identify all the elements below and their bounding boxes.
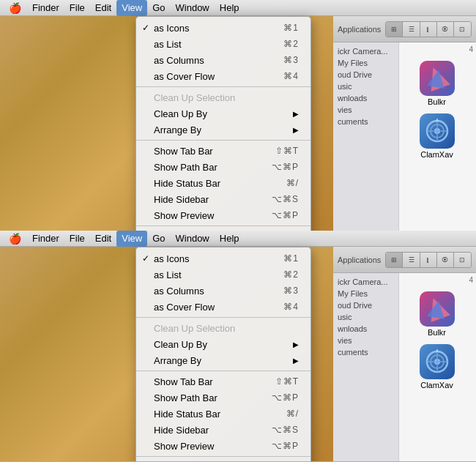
menu-item-as-icons[interactable]: as Icons ⌘1: [136, 20, 310, 36]
apple-menu-bottom[interactable]: 🍎: [3, 231, 27, 247]
view-dropdown-menu: as Icons ⌘1 as List ⌘2 as Columns ⌘3 as …: [135, 16, 311, 231]
menu-item-clean-up-selection: Clean Up Selection: [136, 89, 310, 105]
view-dropdown-menu-bottom: as Icons ⌘1 as List ⌘2 as Columns ⌘3 as …: [135, 247, 311, 461]
sidebar-bottom: ickr Camera... My Files oud Drive usic w…: [333, 273, 399, 461]
separator-1: [136, 86, 310, 87]
menu-item-hide-status-bar-b[interactable]: Hide Status Bar ⌘/: [136, 406, 310, 422]
edit-menu[interactable]: Edit: [90, 0, 116, 16]
menu-item-as-list[interactable]: as List ⌘2: [136, 36, 310, 52]
clamxav-label: ClamXav: [420, 150, 453, 159]
count-badge-bottom: 4: [401, 276, 473, 284]
menu-item-hide-toolbar[interactable]: Hide Toolbar ⌥⌘T: [136, 228, 310, 231]
edit-menu-bottom[interactable]: Edit: [90, 231, 116, 247]
view-menu-bottom[interactable]: View: [116, 231, 147, 247]
sidebar-item-myfiles-b[interactable]: My Files: [333, 288, 398, 299]
sidebar-item-documents[interactable]: cuments: [333, 116, 398, 127]
menu-item-as-columns[interactable]: as Columns ⌘3: [136, 52, 310, 68]
sidebar-item-downloads[interactable]: wnloads: [333, 92, 398, 104]
clamxav-app-icon-b[interactable]: ClamXav: [412, 344, 463, 390]
finder-toolbar-top: Applications ⊞ ☰ ⫿ ⦿ ⊡: [333, 16, 476, 42]
view-coverflow-btn-b[interactable]: ⦿: [437, 253, 454, 267]
view-menu[interactable]: View: [116, 0, 147, 16]
menu-item-as-columns-b[interactable]: as Columns ⌘3: [136, 283, 310, 299]
finder-toolbar-bottom: Applications ⊞ ☰ ⫿ ⦿ ⊡: [333, 247, 476, 273]
clamxav-app-icon[interactable]: ClamXav: [412, 113, 463, 159]
menu-item-show-tab-bar[interactable]: Show Tab Bar ⇧⌘T: [136, 143, 310, 159]
view-list-btn-b[interactable]: ☰: [403, 253, 420, 267]
window-menu-bottom[interactable]: Window: [171, 231, 215, 247]
menu-item-show-path-bar[interactable]: Show Path Bar ⌥⌘P: [136, 159, 310, 175]
sidebar-item-clouddrive-b[interactable]: oud Drive: [333, 299, 398, 311]
menu-item-as-icons-b[interactable]: as Icons ⌘1: [136, 250, 310, 267]
sidebar-item-camera-b[interactable]: ickr Camera...: [333, 276, 398, 288]
submenu-arrow: ▶: [293, 110, 299, 118]
menu-item-hide-toolbar-b[interactable]: Hide Toolbar ⌥⌘T: [136, 459, 310, 461]
bottom-screenshot: 🍎 Finder File Edit View Go Window Help a…: [0, 231, 476, 461]
menu-item-clean-up-by[interactable]: Clean Up By ▶: [136, 105, 310, 122]
view-icon-btn-b[interactable]: ⊞: [386, 253, 403, 267]
finder-menu[interactable]: Finder: [27, 0, 64, 16]
separator-2: [136, 140, 310, 141]
menu-item-clean-up-selection-b: Clean Up Selection: [136, 320, 310, 336]
clamxav-icon-svg: [420, 113, 455, 149]
view-icon-btn[interactable]: ⊞: [386, 22, 403, 37]
file-menu[interactable]: File: [64, 0, 90, 16]
count-badge-top: 4: [401, 45, 473, 53]
sidebar-item-documents-b[interactable]: cuments: [333, 346, 398, 358]
sidebar-item-downloads-b[interactable]: wnloads: [333, 323, 398, 335]
menu-item-hide-status-bar[interactable]: Hide Status Bar ⌘/: [136, 175, 310, 191]
menu-item-show-path-bar-b[interactable]: Show Path Bar ⌥⌘P: [136, 390, 310, 406]
submenu-arrow-2: ▶: [293, 126, 299, 134]
view-buttons-group: ⊞ ☰ ⫿ ⦿ ⊡: [385, 21, 472, 37]
view-coverflow-btn[interactable]: ⦿: [437, 22, 454, 37]
sidebar-item-music-b[interactable]: usic: [333, 311, 398, 323]
sidebar-item-camera[interactable]: ickr Camera...: [333, 45, 398, 57]
apple-menu[interactable]: 🍎: [3, 0, 27, 16]
applications-title-bottom: Applications: [338, 256, 381, 264]
help-menu-bottom[interactable]: Help: [215, 231, 245, 247]
submenu-arrow-b: ▶: [293, 340, 299, 349]
go-menu-bottom[interactable]: Go: [147, 231, 170, 247]
app-icons-bottom: 4 Bulkr: [401, 276, 473, 390]
window-menu[interactable]: Window: [171, 0, 215, 16]
menu-bar: 🍎 Finder File Edit View Go Window Help: [0, 0, 476, 16]
finder-menu-bottom[interactable]: Finder: [27, 231, 64, 247]
bulkr-app-icon-b[interactable]: Bulkr: [412, 291, 463, 337]
menu-item-arrange-by-b[interactable]: Arrange By ▶: [136, 352, 310, 368]
bulkr-icon-svg-b: [420, 291, 455, 327]
go-menu[interactable]: Go: [147, 0, 170, 16]
sidebar-item-myfiles[interactable]: My Files: [333, 57, 398, 69]
view-col-btn[interactable]: ⫿: [420, 22, 437, 37]
menu-item-hide-sidebar-b[interactable]: Hide Sidebar ⌥⌘S: [136, 422, 310, 438]
menu-bar-bottom: 🍎 Finder File Edit View Go Window Help: [0, 231, 476, 247]
submenu-arrow-2b: ▶: [293, 357, 299, 365]
view-extra-btn[interactable]: ⊡: [454, 22, 471, 37]
view-buttons-group-bottom: ⊞ ☰ ⫿ ⦿ ⊡: [385, 252, 472, 268]
finder-panel-bottom: Applications ⊞ ☰ ⫿ ⦿ ⊡ ickr Camera... My…: [333, 247, 476, 461]
menu-item-show-tab-bar-b[interactable]: Show Tab Bar ⇧⌘T: [136, 373, 310, 390]
separator-1b: [136, 317, 310, 318]
bulkr-app-icon[interactable]: Bulkr: [412, 61, 463, 106]
view-list-btn[interactable]: ☰: [403, 22, 420, 37]
menu-item-clean-up-by-b[interactable]: Clean Up By ▶: [136, 336, 310, 352]
file-menu-bottom[interactable]: File: [64, 231, 90, 247]
help-menu[interactable]: Help: [215, 0, 245, 16]
menu-item-as-cover-flow[interactable]: as Cover Flow ⌘4: [136, 68, 310, 84]
clamxav-icon-svg-b: [420, 344, 455, 379]
menu-item-as-list-b[interactable]: as List ⌘2: [136, 267, 310, 283]
finder-content-top: ickr Camera... My Files oud Drive usic w…: [333, 42, 476, 231]
top-screenshot: 🍎 Finder File Edit View Go Window Help a…: [0, 0, 476, 231]
bulkr-label-b: Bulkr: [428, 328, 446, 337]
menu-item-as-cover-flow-b[interactable]: as Cover Flow ⌘4: [136, 299, 310, 315]
sidebar-item-movies-b[interactable]: vies: [333, 335, 398, 346]
menu-item-arrange-by[interactable]: Arrange By ▶: [136, 122, 310, 138]
view-extra-btn-b[interactable]: ⊡: [454, 253, 471, 267]
sidebar-item-movies[interactable]: vies: [333, 104, 398, 116]
sidebar-item-music[interactable]: usic: [333, 81, 398, 92]
menu-item-show-preview[interactable]: Show Preview ⌥⌘P: [136, 207, 310, 223]
view-col-btn-b[interactable]: ⫿: [420, 253, 437, 267]
sidebar-top: ickr Camera... My Files oud Drive usic w…: [333, 42, 399, 231]
menu-item-hide-sidebar[interactable]: Hide Sidebar ⌥⌘S: [136, 191, 310, 207]
menu-item-show-preview-b[interactable]: Show Preview ⌥⌘P: [136, 438, 310, 454]
sidebar-item-clouddrive[interactable]: oud Drive: [333, 69, 398, 81]
